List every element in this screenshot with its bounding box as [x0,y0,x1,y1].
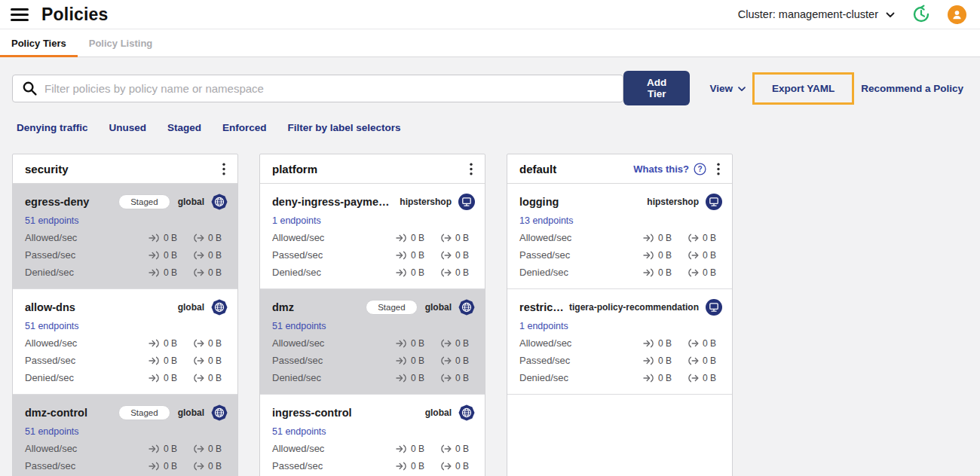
policy-name: dmz [272,301,366,313]
egress-metric: 0 B [440,461,476,471]
egress-value: 0 B [208,250,222,261]
tab-policy-tiers[interactable]: Policy Tiers [0,29,78,56]
kebab-icon[interactable] [221,161,227,177]
metric-row: Allowed/sec0 B0 B [25,337,228,349]
metric-row: Allowed/sec0 B0 B [272,442,476,455]
history-clock-icon[interactable] [911,5,931,24]
arrow-out-of-bracket-icon [193,356,204,365]
user-avatar-icon[interactable] [948,5,966,24]
filter-link-filter-by-label-selectors[interactable]: Filter by label selectors [288,122,401,133]
arrow-out-of-bracket-icon [688,233,699,243]
kebab-icon[interactable] [715,161,721,177]
egress-value: 0 B [208,338,222,349]
metric-label: Denied/sec [519,267,568,278]
staged-badge: Staged [366,300,417,315]
metric-label: Passed/sec [519,355,570,366]
add-tier-button[interactable]: Add Tier [623,71,690,105]
endpoints-link[interactable]: 51 endpoints [25,321,79,331]
metric-values: 0 B0 B [643,355,723,366]
egress-value: 0 B [703,233,716,243]
egress-value: 0 B [455,338,469,349]
metric-values: 0 B0 B [643,250,723,261]
tier-header: platform [260,154,485,184]
policy-name-row: logginghipstershop [519,193,723,211]
metric-label: Allowed/sec [25,443,77,454]
metric-row: Passed/sec0 B0 B [519,249,723,261]
endpoints-link[interactable]: 51 endpoints [25,215,79,226]
metric-label: Denied/sec [272,372,321,383]
endpoints-link[interactable]: 1 endpoints [519,321,568,331]
metric-values: 0 B0 B [643,233,723,243]
policy-name-row: egress-denyStagedglobal [25,193,228,211]
filter-link-enforced[interactable]: Enforced [222,122,267,133]
egress-value: 0 B [703,338,716,349]
filter-link-staged[interactable]: Staged [167,122,201,133]
policy-card-egress-deny[interactable]: egress-denyStagedglobal51 endpointsAllow… [13,184,237,289]
policy-card-ingress-control[interactable]: ingress-controlglobal51 endpointsAllowed… [260,395,485,476]
endpoints-link[interactable]: 51 endpoints [272,426,326,437]
egress-metric: 0 B [440,267,476,278]
cluster-selector[interactable]: Cluster: management-cluster [738,8,895,20]
egress-metric: 0 B [688,267,723,278]
metric-label: Allowed/sec [519,232,571,243]
view-dropdown[interactable]: View [709,83,746,94]
monitor-badge-icon [705,298,723,316]
policy-card-deny-ingress-paymentservi[interactable]: deny-ingress-paymentservi…hipstershop1 e… [260,184,485,289]
whats-this-link[interactable]: Whats this?? [633,163,706,175]
endpoints-link[interactable]: 13 endpoints [519,215,574,226]
hamburger-icon[interactable] [11,8,29,21]
globe-badge-icon [210,298,228,316]
arrow-into-bracket-icon [396,462,407,471]
view-dropdown-label: View [709,83,733,94]
arrow-into-bracket-icon [396,356,407,365]
arrow-out-of-bracket-icon [440,233,452,243]
arrow-into-bracket-icon [643,268,654,277]
egress-value: 0 B [455,444,469,454]
tier-header: defaultWhats this?? [507,154,732,184]
egress-value: 0 B [455,461,469,471]
ingress-metric: 0 B [643,373,678,383]
ingress-metric: 0 B [643,338,678,349]
policy-card-restricted[interactable]: restrictedtigera-policy-recommendation1 … [507,289,732,395]
arrow-out-of-bracket-icon [688,339,699,348]
ingress-metric: 0 B [149,373,184,383]
endpoints-link[interactable]: 1 endpoints [272,215,321,226]
ingress-value: 0 B [658,373,672,383]
egress-metric: 0 B [440,444,476,454]
export-yaml-highlight-box: Export YAML [752,72,854,105]
ingress-value: 0 B [411,250,424,261]
endpoints-link[interactable]: 51 endpoints [272,321,326,331]
arrow-out-of-bracket-icon [440,356,452,365]
metric-label: Allowed/sec [25,232,77,243]
tier-title: default [519,163,556,175]
endpoints-link[interactable]: 51 endpoints [25,426,79,437]
policy-card-allow-dns[interactable]: allow-dnsglobal51 endpointsAllowed/sec0 … [13,289,237,395]
metric-label: Passed/sec [519,249,570,261]
egress-value: 0 B [703,373,716,383]
egress-metric: 0 B [440,355,476,366]
policy-card-dmz-control[interactable]: dmz-controlStagedglobal51 endpointsAllow… [13,395,237,476]
export-yaml-button[interactable]: Export YAML [772,83,835,94]
staged-badge: Staged [118,194,170,209]
metric-label: Passed/sec [25,460,75,471]
ingress-value: 0 B [164,338,177,349]
policy-name: ingress-control [272,407,425,419]
kebab-icon[interactable] [468,161,474,177]
arrow-out-of-bracket-icon [193,268,204,277]
egress-metric: 0 B [193,461,228,471]
filter-link-denying-traffic[interactable]: Denying traffic [17,122,88,133]
search-input[interactable] [44,82,614,95]
metric-row: Passed/sec0 B0 B [25,249,228,261]
tab-policy-listing[interactable]: Policy Listing [78,29,164,56]
arrow-out-of-bracket-icon [193,339,204,348]
recommend-policy-button[interactable]: Recommend a Policy [861,83,963,94]
arrow-out-of-bracket-icon [193,462,204,471]
arrow-out-of-bracket-icon [688,356,699,365]
ingress-value: 0 B [411,338,424,349]
ingress-metric: 0 B [396,250,431,261]
policy-card-dmz[interactable]: dmzStagedglobal51 endpointsAllowed/sec0 … [260,289,485,395]
policy-card-logging[interactable]: logginghipstershop13 endpointsAllowed/se… [507,184,732,289]
filter-link-unused[interactable]: Unused [109,122,147,133]
metric-row: Denied/sec0 B0 B [272,371,476,384]
toolbar: Add Tier View Export YAML Recommend a Po… [12,71,963,105]
